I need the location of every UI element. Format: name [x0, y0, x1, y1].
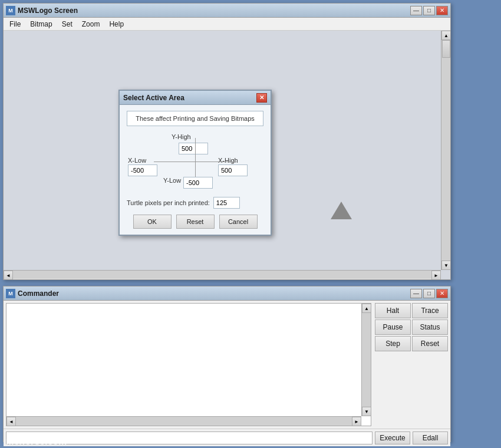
pixels-input[interactable] [213, 197, 240, 209]
commander-close-button[interactable]: ✕ [436, 289, 448, 298]
screen-canvas: ▲ ▼ ◄ ► Select Active Area ✕ These affec… [4, 31, 450, 279]
watermark: filehorse.com [6, 436, 67, 447]
commander-scrollbar-v[interactable]: ▲ ▼ [361, 304, 371, 416]
dialog-content: These affect Printing and Saving Bitmaps… [120, 105, 271, 235]
step-button[interactable]: Step [375, 336, 411, 351]
pixels-label: Turtle pixels per inch printed: [127, 199, 210, 206]
menu-bitmap[interactable]: Bitmap [25, 19, 57, 29]
execute-button[interactable]: Execute [375, 431, 410, 444]
halt-button[interactable]: Halt [375, 303, 411, 318]
turtle-sprite [331, 202, 352, 219]
cmd-scroll-track-h [16, 417, 352, 426]
x-low-input[interactable] [128, 164, 157, 176]
menu-set[interactable]: Set [57, 19, 77, 29]
commander-bottom-bar: Execute Edall [4, 429, 450, 446]
menu-help[interactable]: Help [104, 19, 128, 29]
screen-window-icon: M [6, 6, 15, 15]
scroll-track-v [441, 40, 450, 261]
screen-title-bar[interactable]: M MSWLogo Screen — □ ✕ [4, 4, 450, 18]
dialog-title: Select Active Area [123, 94, 256, 102]
commander-scrollbar-h[interactable]: ◄ ► [6, 416, 361, 426]
commander-window: M Commander — □ ✕ ▲ ▼ ◄ ► Halt [3, 286, 451, 442]
coord-layout: Y-High X-Low X-High Y-Low [127, 132, 263, 191]
commander-window-title: Commander [18, 289, 410, 298]
dialog-description: These affect Printing and Saving Bitmaps [127, 111, 263, 126]
screen-close-button[interactable]: ✕ [436, 6, 448, 15]
reset-button[interactable]: Reset [412, 336, 448, 351]
screen-window-title: MSWLogo Screen [18, 6, 410, 15]
commander-body: ▲ ▼ ◄ ► Halt Trace Pause Status Step Res… [4, 301, 450, 429]
scroll-right-button[interactable]: ► [431, 271, 441, 279]
scroll-thumb-v[interactable] [442, 40, 450, 58]
menu-file[interactable]: File [5, 19, 25, 29]
cmd-scroll-right[interactable]: ► [352, 417, 361, 426]
commander-title-bar[interactable]: M Commander — □ ✕ [4, 286, 450, 301]
commander-output-area[interactable]: ▲ ▼ ◄ ► [6, 303, 371, 426]
edall-button[interactable]: Edall [413, 431, 448, 444]
scroll-down-button[interactable]: ▼ [441, 261, 450, 270]
dialog-title-bar[interactable]: Select Active Area ✕ [120, 91, 271, 105]
y-high-label: Y-High [172, 133, 191, 140]
pause-button[interactable]: Pause [375, 319, 411, 335]
dialog-buttons: OK Reset Cancel [127, 215, 263, 229]
x-high-input[interactable] [218, 164, 248, 176]
dialog-ok-button[interactable]: OK [133, 215, 172, 229]
cmd-scroll-left[interactable]: ◄ [6, 417, 16, 426]
trace-button[interactable]: Trace [412, 303, 448, 318]
status-button[interactable]: Status [412, 319, 448, 335]
scroll-up-button[interactable]: ▲ [441, 31, 450, 40]
dialog-reset-button[interactable]: Reset [176, 215, 215, 229]
cmd-scroll-track-v [362, 313, 371, 407]
cmd-scroll-down[interactable]: ▼ [362, 407, 371, 416]
scroll-left-button[interactable]: ◄ [4, 271, 13, 279]
screen-scrollbar-v[interactable]: ▲ ▼ [441, 31, 450, 270]
screen-window: M MSWLogo Screen — □ ✕ File Bitmap Set Z… [3, 3, 451, 280]
screen-scrollbar-h[interactable]: ◄ ► [4, 270, 441, 279]
screen-minimize-button[interactable]: — [410, 6, 422, 15]
screen-maximize-button[interactable]: □ [423, 6, 435, 15]
commander-maximize-button[interactable]: □ [423, 289, 435, 298]
screen-title-buttons: — □ ✕ [410, 6, 448, 15]
y-low-label: Y-Low [163, 177, 181, 184]
y-low-input[interactable] [183, 177, 213, 189]
commander-minimize-button[interactable]: — [410, 289, 422, 298]
menu-bar: File Bitmap Set Zoom Help [4, 18, 450, 31]
pixels-row: Turtle pixels per inch printed: [127, 197, 263, 209]
dialog-close-button[interactable]: ✕ [256, 93, 267, 103]
x-low-label: X-Low [128, 157, 146, 164]
y-high-input[interactable] [179, 143, 208, 154]
scroll-track-h [13, 271, 431, 279]
commander-title-buttons: — □ ✕ [410, 289, 448, 298]
commander-window-icon: M [6, 289, 15, 298]
dialog-cancel-button[interactable]: Cancel [219, 215, 258, 229]
x-high-label: X-High [218, 157, 238, 164]
cmd-scroll-up[interactable]: ▲ [362, 304, 371, 313]
menu-zoom[interactable]: Zoom [77, 19, 105, 29]
select-active-area-dialog: Select Active Area ✕ These affect Printi… [118, 90, 272, 236]
commander-buttons: Halt Trace Pause Status Step Reset [374, 301, 450, 429]
